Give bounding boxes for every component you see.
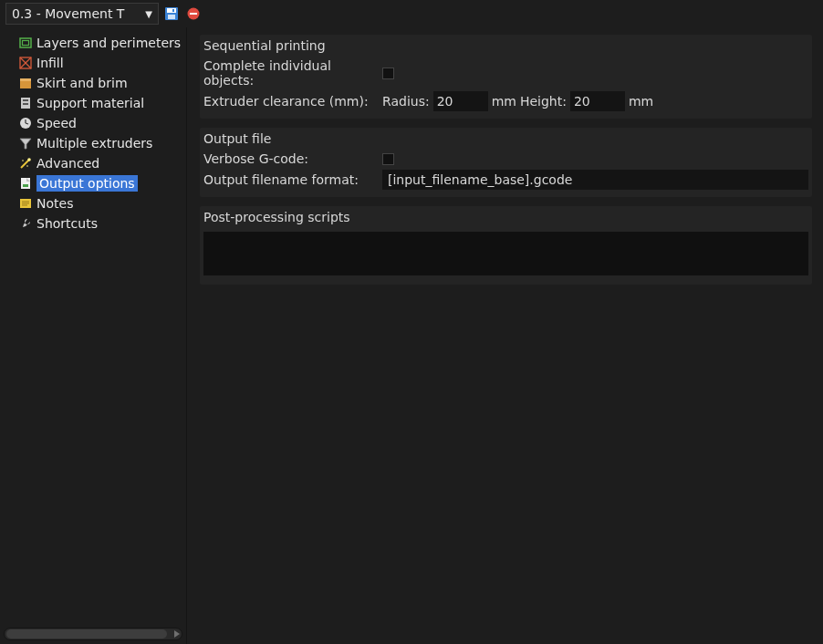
scrollbar-right-icon bbox=[174, 630, 180, 638]
field-label-extruder-clearance: Extruder clearance (mm): bbox=[203, 94, 382, 109]
sidebar-item-label: Notes bbox=[36, 196, 73, 211]
svg-rect-14 bbox=[23, 99, 28, 101]
svg-rect-7 bbox=[23, 41, 29, 46]
delete-icon bbox=[186, 6, 201, 21]
radius-input[interactable] bbox=[433, 91, 488, 111]
field-label-verbose-gcode: Verbose G-code: bbox=[203, 151, 382, 166]
height-input[interactable] bbox=[570, 91, 625, 111]
sidebar-scrollbar[interactable] bbox=[4, 628, 182, 640]
support-icon bbox=[18, 96, 33, 110]
svg-point-21 bbox=[27, 158, 31, 161]
section-post-processing: Post-processing scripts bbox=[200, 206, 812, 285]
svg-rect-15 bbox=[23, 103, 28, 105]
sidebar-item-multiple-extruders[interactable]: Multiple extruders bbox=[0, 133, 186, 153]
svg-rect-5 bbox=[190, 13, 197, 15]
svg-rect-6 bbox=[20, 38, 31, 47]
main-panel: Sequential printing Complete individual … bbox=[187, 27, 823, 644]
box-icon bbox=[18, 76, 33, 90]
sidebar-item-label: Skirt and brim bbox=[36, 76, 128, 90]
profile-select[interactable]: 0.3 - Movement T ▼ bbox=[5, 3, 159, 25]
sidebar: Layers and perimeters Infill Skirt and b… bbox=[0, 27, 187, 644]
note-icon bbox=[18, 196, 33, 211]
section-title: Sequential printing bbox=[200, 35, 812, 57]
unit-mm: mm bbox=[492, 94, 516, 109]
height-label: Height: bbox=[520, 94, 567, 109]
clock-icon bbox=[18, 116, 33, 130]
sidebar-item-label: Layers and perimeters bbox=[36, 36, 181, 50]
svg-point-22 bbox=[22, 160, 24, 161]
sidebar-item-speed[interactable]: Speed bbox=[0, 113, 186, 133]
svg-rect-11 bbox=[20, 80, 31, 88]
radius-label: Radius: bbox=[382, 94, 430, 109]
sidebar-item-advanced[interactable]: Advanced bbox=[0, 153, 186, 173]
sidebar-item-label: Speed bbox=[36, 116, 77, 130]
svg-point-23 bbox=[26, 165, 28, 167]
section-output-file: Output file Verbose G-code: Output filen… bbox=[200, 128, 812, 197]
svg-rect-26 bbox=[23, 184, 28, 187]
wand-icon bbox=[18, 156, 33, 171]
toolbar: 0.3 - Movement T ▼ bbox=[0, 0, 823, 27]
sidebar-item-label: Support material bbox=[36, 96, 144, 110]
sidebar-item-label: Advanced bbox=[36, 156, 99, 171]
save-button[interactable] bbox=[162, 5, 181, 23]
field-label-output-filename: Output filename format: bbox=[203, 172, 382, 187]
save-icon bbox=[164, 6, 179, 21]
sidebar-item-layers-perimeters[interactable]: Layers and perimeters bbox=[0, 33, 186, 53]
unit-mm: mm bbox=[629, 94, 653, 109]
wrench-icon bbox=[18, 216, 33, 231]
sidebar-item-skirt-brim[interactable]: Skirt and brim bbox=[0, 73, 186, 93]
sidebar-item-output-options[interactable]: Output options bbox=[0, 173, 186, 193]
sidebar-item-shortcuts[interactable]: Shortcuts bbox=[0, 213, 186, 234]
infill-icon bbox=[18, 56, 33, 70]
layers-icon bbox=[18, 36, 33, 50]
output-filename-input[interactable] bbox=[382, 170, 808, 190]
profile-select-label: 0.3 - Movement T bbox=[12, 6, 124, 21]
svg-rect-12 bbox=[20, 78, 31, 81]
sidebar-item-label: Output options bbox=[36, 175, 138, 192]
verbose-gcode-checkbox[interactable] bbox=[382, 153, 394, 165]
sidebar-item-infill[interactable]: Infill bbox=[0, 53, 186, 73]
sidebar-item-support-material[interactable]: Support material bbox=[0, 93, 186, 113]
scrollbar-thumb[interactable] bbox=[6, 629, 167, 639]
svg-rect-3 bbox=[172, 9, 174, 12]
section-title: Post-processing scripts bbox=[200, 206, 812, 228]
field-label-complete-individual: Complete individual objects: bbox=[203, 58, 340, 88]
post-processing-textarea[interactable] bbox=[203, 232, 808, 275]
complete-individual-checkbox[interactable] bbox=[382, 68, 394, 79]
svg-rect-24 bbox=[21, 178, 30, 189]
sidebar-item-label: Infill bbox=[36, 56, 64, 70]
delete-button[interactable] bbox=[184, 5, 203, 23]
svg-rect-2 bbox=[168, 15, 175, 19]
section-sequential-printing: Sequential printing Complete individual … bbox=[200, 35, 812, 119]
chevron-down-icon: ▼ bbox=[145, 9, 152, 19]
svg-rect-1 bbox=[167, 8, 176, 13]
section-title: Output file bbox=[200, 128, 812, 150]
sidebar-item-label: Multiple extruders bbox=[36, 136, 152, 151]
sidebar-item-label: Shortcuts bbox=[36, 216, 98, 231]
page-icon bbox=[18, 176, 33, 191]
svg-marker-19 bbox=[20, 139, 31, 149]
funnel-icon bbox=[18, 136, 33, 151]
sidebar-item-notes[interactable]: Notes bbox=[0, 193, 186, 213]
